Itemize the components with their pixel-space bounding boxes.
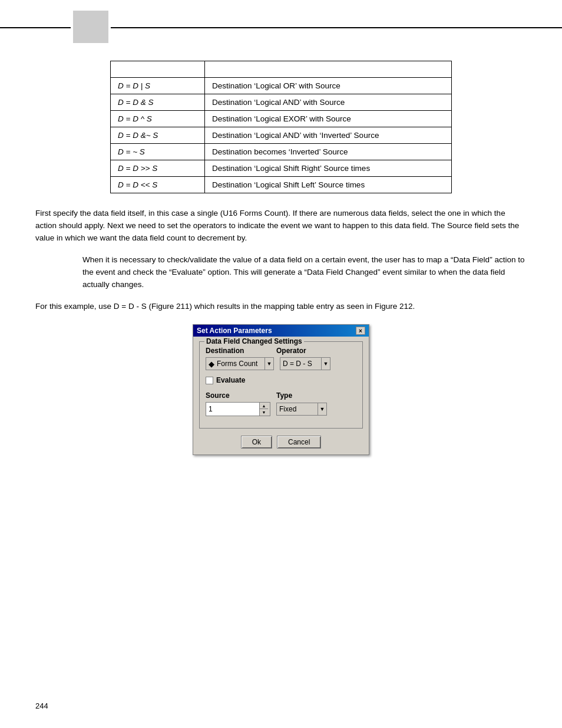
- table-row: D = D << S Destination ‘Logical Shift Le…: [111, 177, 452, 193]
- table-cell: [205, 61, 452, 78]
- operator-dropdown[interactable]: D = D - S: [280, 357, 321, 370]
- data-field-changed-settings-group: Data Field Changed Settings Destination …: [199, 341, 363, 429]
- close-icon: ×: [359, 328, 362, 334]
- type-dropdown-wrap: Fixed ▼: [276, 403, 327, 416]
- table-cell-desc: Destination ‘Logical Shift Right’ Source…: [205, 160, 452, 177]
- operators-table: D = D | S Destination ‘Logical OR’ with …: [110, 61, 452, 193]
- table-row: D = D | S Destination ‘Logical OR’ with …: [111, 78, 452, 94]
- table-cell-desc: Destination ‘Logical EXOR’ with Source: [205, 111, 452, 127]
- operator-dropdown-wrap: D = D - S ▼: [280, 357, 330, 370]
- evaluate-checkbox[interactable]: [206, 377, 213, 384]
- dialog-wrapper: Set Action Parameters × Data Field Chang…: [35, 324, 527, 455]
- type-dropdown[interactable]: Fixed: [276, 403, 318, 416]
- table-cell-op: D = D &~ S: [111, 127, 205, 144]
- cancel-button[interactable]: Cancel: [277, 436, 321, 449]
- ok-button[interactable]: Ok: [241, 436, 272, 449]
- destination-dropdown-wrap: ◆ Forms Count ▼: [206, 357, 274, 370]
- spinner-down-button[interactable]: ▼: [260, 409, 268, 416]
- paragraph-2: When it is necessary to check/validate t…: [82, 254, 527, 291]
- dialog-titlebar: Set Action Parameters ×: [193, 325, 369, 337]
- dialog-buttons: Ok Cancel: [199, 436, 363, 449]
- table-cell-desc: Destination ‘Logical Shift Left’ Source …: [205, 177, 452, 193]
- operator-dropdown-arrow[interactable]: ▼: [321, 357, 330, 370]
- table-cell-op: D = D ^ S: [111, 111, 205, 127]
- table-row: D = D ^ S Destination ‘Logical EXOR’ wit…: [111, 111, 452, 127]
- type-value: Fixed: [279, 405, 296, 413]
- destination-dropdown[interactable]: ◆ Forms Count: [206, 357, 265, 370]
- dialog-title: Set Action Parameters: [197, 327, 272, 335]
- type-label: Type: [276, 391, 329, 400]
- table-cell-desc: Destination ‘Logical AND’ with ‘Inverted…: [205, 127, 452, 144]
- spinner-buttons: ▲ ▼: [259, 403, 268, 416]
- table-row: D = D &~ S Destination ‘Logical AND’ wit…: [111, 127, 452, 144]
- page-number: 244: [35, 701, 48, 710]
- header-tab: [73, 11, 108, 43]
- table-cell-op: D = D | S: [111, 78, 205, 94]
- destination-dropdown-arrow[interactable]: ▼: [265, 357, 274, 370]
- paragraph-1: First specify the data field itself, in …: [35, 207, 527, 245]
- source-input-wrap: ▲ ▼: [206, 402, 270, 416]
- evaluate-label: Evaluate: [216, 376, 245, 384]
- header-line-left: [0, 27, 71, 28]
- table-cell-desc: Destination ‘Logical AND’ with Source: [205, 94, 452, 111]
- operator-value: D = D - S: [283, 360, 312, 368]
- operator-label: Operator: [276, 347, 329, 355]
- evaluate-row: Evaluate: [206, 376, 356, 384]
- page-header: [0, 0, 562, 43]
- spinner-up-button[interactable]: ▲: [260, 403, 268, 409]
- header-line-right: [111, 27, 562, 28]
- table-cell-op: D = D >> S: [111, 160, 205, 177]
- dialog-body: Data Field Changed Settings Destination …: [193, 337, 369, 454]
- table-row: [111, 61, 452, 78]
- set-action-parameters-dialog: Set Action Parameters × Data Field Chang…: [193, 324, 369, 455]
- table-cell-op: D = D << S: [111, 177, 205, 193]
- source-input[interactable]: [206, 403, 259, 416]
- table-cell-desc: Destination ‘Logical OR’ with Source: [205, 78, 452, 94]
- table-row: D = D & S Destination ‘Logical AND’ with…: [111, 94, 452, 111]
- close-button[interactable]: ×: [356, 327, 365, 335]
- content-area: D = D | S Destination ‘Logical OR’ with …: [0, 61, 562, 496]
- type-dropdown-arrow[interactable]: ▼: [318, 403, 327, 416]
- table-cell: [111, 61, 205, 78]
- table-row: D = ~ S Destination becomes ‘Inverted’ S…: [111, 144, 452, 160]
- group-label: Data Field Changed Settings: [204, 337, 304, 345]
- table-cell-desc: Destination becomes ‘Inverted’ Source: [205, 144, 452, 160]
- table-cell-op: D = ~ S: [111, 144, 205, 160]
- destination-label: Destination: [206, 347, 270, 355]
- destination-value: Forms Count: [217, 360, 257, 368]
- labels-row: Destination Operator: [206, 347, 356, 355]
- source-type-labels-row: Source Type: [206, 391, 356, 400]
- diamond-icon: ◆: [209, 360, 214, 368]
- table-cell-op: D = D & S: [111, 94, 205, 111]
- table-row: D = D >> S Destination ‘Logical Shift Ri…: [111, 160, 452, 177]
- source-label: Source: [206, 391, 270, 400]
- controls-row: ◆ Forms Count ▼ D = D - S ▼: [206, 357, 356, 370]
- source-type-row: ▲ ▼ Fixed ▼: [206, 402, 356, 416]
- paragraph-3: For this example, use D = D - S (Figure …: [35, 301, 527, 313]
